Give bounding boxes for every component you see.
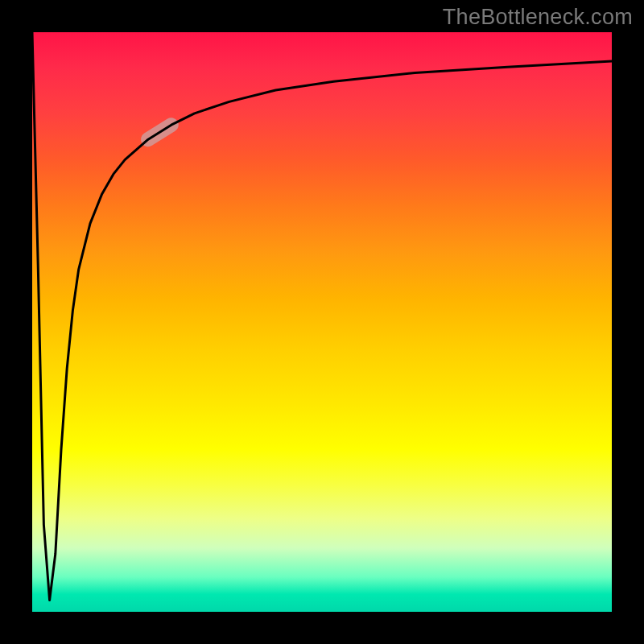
watermark-text: TheBottleneck.com [443,5,633,30]
curve-path [32,32,612,601]
curve-group [32,32,612,601]
plot-area [32,32,612,612]
curve-layer [32,32,612,612]
chart-root: TheBottleneck.com [0,0,644,644]
